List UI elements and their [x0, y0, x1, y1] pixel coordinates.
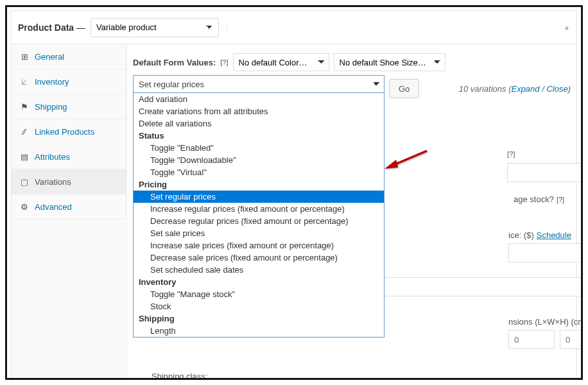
dropdown-group: Shipping — [134, 312, 384, 325]
dropdown-item[interactable]: Set regular prices — [134, 191, 384, 203]
shipping-icon: ⚑ — [19, 101, 30, 112]
dim-w-input[interactable] — [560, 330, 583, 349]
collapse-toggle-icon[interactable]: ▲ — [564, 24, 570, 31]
manage-stock-label-partial: age stock? — [514, 194, 554, 204]
sale-price-input[interactable] — [508, 243, 583, 262]
dropdown-item[interactable]: Set scheduled sale dates — [134, 264, 384, 276]
default-color-select[interactable]: No default Color… — [233, 53, 329, 71]
help-icon[interactable]: [?] — [507, 150, 515, 158]
default-form-values-label: Default Form Values: — [133, 58, 216, 67]
tab-shipping[interactable]: ⚑Shipping — [12, 94, 126, 119]
shipping-class-label: Shipping class: — [151, 372, 207, 380]
dropdown-item[interactable]: Decrease regular prices (fixed amount or… — [134, 215, 384, 227]
tab-label: Variations — [35, 177, 71, 187]
dropdown-item[interactable]: Create variations from all attributes — [134, 105, 384, 117]
dimensions-label-partial: nsions (L×W×H) (cm): — [508, 317, 583, 327]
divider — [227, 21, 227, 34]
dropdown-item[interactable]: Toggle "Enabled" — [134, 142, 384, 154]
tab-label: Shipping — [35, 102, 67, 112]
product-type-select[interactable]: Variable product — [91, 18, 219, 37]
dropdown-item[interactable]: Stock — [134, 300, 384, 312]
tab-linked-products[interactable]: ⁄⁄Linked Products — [12, 119, 126, 144]
variations-count-text: 10 variations (Expand / Close) — [459, 84, 571, 94]
panel-title: Product Data — [18, 22, 74, 33]
linked-products-icon: ⁄⁄ — [19, 126, 30, 137]
attributes-icon: ▤ — [19, 151, 30, 162]
dropdown-item[interactable]: Toggle "Downloadable" — [134, 154, 384, 166]
expand-link[interactable]: Expand — [511, 84, 539, 94]
dropdown-group: Status — [134, 130, 384, 142]
tab-label: General — [35, 52, 64, 62]
tab-label: Attributes — [35, 152, 70, 162]
dim-l-input[interactable] — [508, 330, 555, 349]
dropdown-item[interactable]: Set sale prices — [134, 227, 384, 239]
tab-advanced[interactable]: ⚙Advanced — [12, 194, 126, 219]
bulk-action-dropdown[interactable]: Set regular prices Add variationCreate v… — [133, 75, 385, 338]
schedule-link[interactable]: Schedule — [537, 230, 571, 240]
default-shoe-size-select[interactable]: No default Shoe Size… — [334, 53, 445, 71]
tab-label: Linked Products — [35, 127, 94, 137]
close-link[interactable]: Close — [546, 84, 567, 94]
tab-label: Advanced — [35, 202, 72, 212]
bulk-action-list: Add variationCreate variations from all … — [133, 93, 385, 338]
dropdown-item[interactable]: Increase regular prices (fixed amount or… — [134, 203, 384, 215]
product-data-tabs: ⊞General⟀Inventory⚑Shipping⁄⁄Linked Prod… — [12, 44, 127, 378]
tab-attributes[interactable]: ▤Attributes — [12, 144, 126, 169]
dropdown-item[interactable]: Delete all variations — [134, 117, 384, 130]
help-icon[interactable]: [?] — [220, 58, 228, 66]
advanced-icon: ⚙ — [19, 201, 30, 212]
tab-inventory[interactable]: ⟀Inventory — [12, 69, 126, 94]
help-icon[interactable]: [?] — [557, 196, 564, 203]
general-icon: ⊞ — [19, 51, 30, 62]
dropdown-item[interactable]: Increase sale prices (fixed amount or pe… — [134, 239, 384, 252]
dropdown-item[interactable]: Decrease sale prices (fixed amount or pe… — [134, 252, 384, 264]
product-data-panel: Product Data — Variable product ▲ ⊞Gener… — [11, 10, 577, 379]
panel-header: Product Data — Variable product ▲ — [12, 11, 576, 44]
dropdown-item[interactable]: Toggle "Virtual" — [134, 166, 384, 178]
dropdown-item[interactable]: Toggle "Manage stock" — [134, 288, 384, 300]
inventory-icon: ⟀ — [19, 76, 30, 87]
sku-input[interactable] — [507, 163, 583, 182]
variations-icon: ▢ — [19, 176, 30, 187]
tab-general[interactable]: ⊞General — [12, 44, 126, 69]
dropdown-group: Pricing — [134, 178, 384, 191]
dropdown-item[interactable]: Length — [134, 325, 384, 337]
dropdown-item[interactable]: Add variation — [134, 93, 384, 105]
go-button[interactable]: Go — [389, 79, 419, 98]
tab-variations[interactable]: ▢Variations — [12, 169, 126, 194]
tab-label: Inventory — [35, 77, 69, 87]
sale-price-label-partial: ice: ($) — [508, 230, 534, 240]
dropdown-group: Inventory — [134, 276, 384, 288]
bulk-action-selected[interactable]: Set regular prices — [133, 75, 385, 93]
variations-panel: Default Form Values: [?] No default Colo… — [127, 44, 576, 378]
